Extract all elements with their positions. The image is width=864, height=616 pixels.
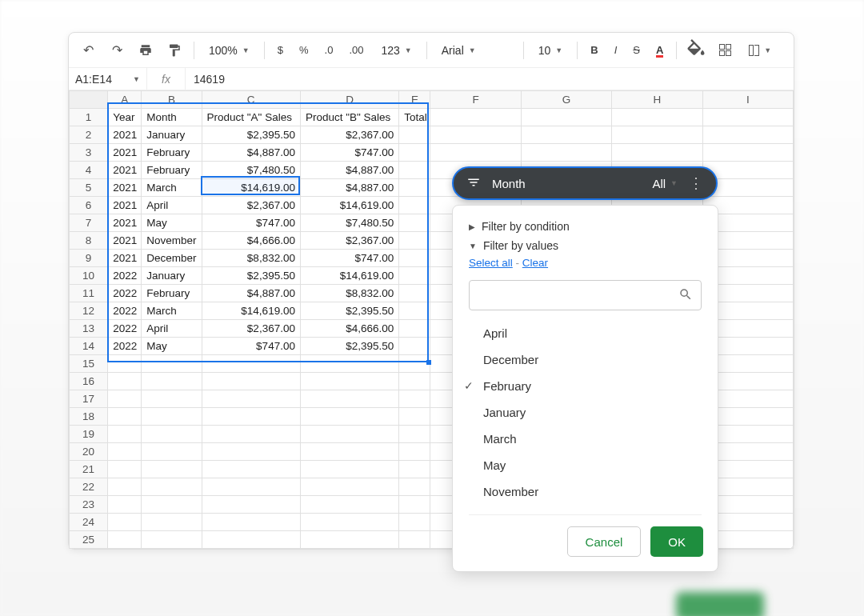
cell[interactable]: $747.00: [202, 338, 300, 355]
cell[interactable]: [399, 373, 430, 390]
select-all-corner[interactable]: [70, 91, 108, 109]
filter-value-item[interactable]: January: [453, 399, 718, 426]
cell[interactable]: [142, 531, 202, 549]
cell[interactable]: [300, 443, 398, 461]
cell[interactable]: [399, 443, 430, 461]
cell[interactable]: [108, 355, 142, 373]
cell[interactable]: [399, 285, 430, 302]
row-header[interactable]: 14: [70, 338, 108, 355]
cell[interactable]: $4,887.00: [300, 162, 398, 179]
filter-value-item[interactable]: March: [453, 426, 718, 452]
cell[interactable]: $14,619.00: [202, 302, 300, 320]
cell[interactable]: $14,619.00: [300, 267, 398, 285]
cell[interactable]: [142, 443, 202, 461]
row-header[interactable]: 2: [70, 126, 108, 144]
cell[interactable]: $7,480.50: [300, 214, 398, 232]
cell[interactable]: 2021: [108, 197, 142, 214]
filter-value-item[interactable]: April: [453, 320, 718, 346]
filter-search-input[interactable]: [478, 289, 678, 302]
cell[interactable]: [202, 461, 300, 478]
cell[interactable]: [521, 144, 611, 162]
cell[interactable]: $7,480.50: [202, 162, 300, 179]
cell[interactable]: [142, 496, 202, 514]
cell[interactable]: [300, 355, 398, 373]
filter-value-item[interactable]: November: [453, 478, 718, 505]
cell[interactable]: $4,887.00: [202, 285, 300, 302]
cell[interactable]: [399, 426, 430, 443]
filter-by-values-toggle[interactable]: ▼ Filter by values: [453, 236, 718, 255]
cell[interactable]: [202, 496, 300, 514]
filter-value-item[interactable]: December: [453, 346, 718, 373]
cell[interactable]: [202, 408, 300, 426]
row-header[interactable]: 8: [70, 232, 108, 250]
cell[interactable]: $4,666.00: [202, 232, 300, 250]
column-header[interactable]: F: [430, 91, 521, 109]
cell[interactable]: Total: [399, 109, 430, 126]
cell[interactable]: [202, 443, 300, 461]
row-header[interactable]: 21: [70, 461, 108, 478]
cell[interactable]: 2021: [108, 162, 142, 179]
cell[interactable]: [702, 109, 793, 126]
cell[interactable]: $2,395.50: [202, 267, 300, 285]
row-header[interactable]: 11: [70, 285, 108, 302]
cell[interactable]: [300, 426, 398, 443]
cell[interactable]: [108, 478, 142, 496]
more-options-button[interactable]: ⋮: [689, 174, 703, 192]
cell[interactable]: [142, 355, 202, 373]
row-header[interactable]: 10: [70, 267, 108, 285]
cell[interactable]: $2,367.00: [300, 232, 398, 250]
cell[interactable]: 2022: [108, 302, 142, 320]
cell[interactable]: [399, 302, 430, 320]
row-header[interactable]: 18: [70, 408, 108, 426]
cell[interactable]: [202, 478, 300, 496]
column-header[interactable]: C: [202, 91, 300, 109]
cell[interactable]: [399, 355, 430, 373]
cell[interactable]: March: [142, 179, 202, 197]
cell[interactable]: [108, 461, 142, 478]
cell[interactable]: [399, 320, 430, 338]
cell[interactable]: [399, 144, 430, 162]
cell[interactable]: [399, 126, 430, 144]
fill-color-button[interactable]: [685, 39, 707, 62]
cell[interactable]: $14,619.00: [300, 197, 398, 214]
redo-button[interactable]: ↷: [106, 39, 128, 62]
row-header[interactable]: 17: [70, 390, 108, 408]
cell[interactable]: January: [142, 126, 202, 144]
clear-link[interactable]: Clear: [522, 257, 548, 269]
cell[interactable]: [202, 355, 300, 373]
column-header[interactable]: A: [108, 91, 142, 109]
borders-button[interactable]: [714, 39, 736, 62]
column-header[interactable]: I: [702, 91, 793, 109]
cell[interactable]: [300, 531, 398, 549]
cell[interactable]: December: [142, 250, 202, 267]
font-select[interactable]: Arial ▼: [435, 41, 515, 60]
row-header[interactable]: 16: [70, 373, 108, 390]
cell[interactable]: $2,395.50: [202, 126, 300, 144]
cell[interactable]: [142, 478, 202, 496]
cell[interactable]: [430, 144, 521, 162]
text-color-button[interactable]: A: [651, 41, 668, 59]
cell[interactable]: [612, 109, 702, 126]
cell[interactable]: [399, 408, 430, 426]
cell[interactable]: $14,619.00: [202, 179, 300, 197]
cell[interactable]: [399, 197, 430, 214]
merge-cells-button[interactable]: ▼: [742, 42, 778, 59]
cell[interactable]: 2021: [108, 126, 142, 144]
cell[interactable]: [399, 232, 430, 250]
number-format-select[interactable]: 123 ▼: [374, 41, 418, 60]
cell[interactable]: [202, 373, 300, 390]
column-header[interactable]: H: [612, 91, 702, 109]
cell[interactable]: $8,832.00: [202, 250, 300, 267]
filter-value-item[interactable]: May: [453, 452, 718, 478]
cell[interactable]: [300, 514, 398, 531]
cell[interactable]: 2022: [108, 320, 142, 338]
cell[interactable]: Year: [108, 109, 142, 126]
cell[interactable]: $2,367.00: [202, 320, 300, 338]
percent-button[interactable]: %: [294, 41, 314, 59]
cell[interactable]: [108, 531, 142, 549]
cell[interactable]: $4,666.00: [300, 320, 398, 338]
row-header[interactable]: 13: [70, 320, 108, 338]
cell[interactable]: [399, 531, 430, 549]
row-header[interactable]: 25: [70, 531, 108, 549]
cell[interactable]: January: [142, 267, 202, 285]
